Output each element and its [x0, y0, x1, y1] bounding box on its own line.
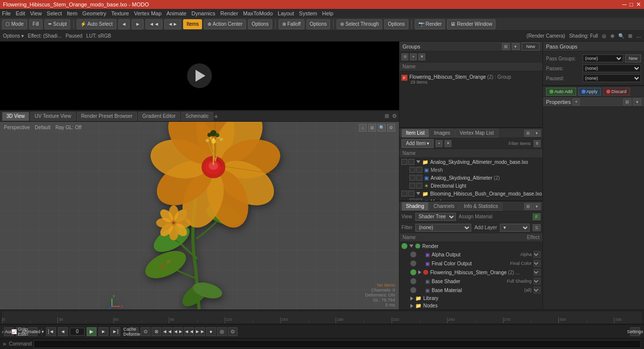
expand-icon[interactable]: [416, 160, 420, 163]
menu-geometry[interactable]: Geometry: [82, 10, 106, 16]
mode-btn[interactable]: ⬡ Mode: [2, 19, 27, 29]
command-input[interactable]: [34, 340, 641, 348]
shade-expand-nodes[interactable]: [410, 304, 413, 308]
tab-item-list[interactable]: Item List: [401, 129, 429, 138]
shading-F-btn[interactable]: F: [533, 213, 541, 220]
shade-effect-select-hibiscus[interactable]: ▾: [534, 269, 541, 276]
3d-viewport[interactable]: Perspective Default Ray GL: Off ⌂ ⊞ 🔍 ⚙: [0, 122, 399, 309]
tab-shading[interactable]: Shading: [401, 202, 429, 211]
properties-add-btn[interactable]: +: [573, 99, 580, 105]
item-row-blooming-lxo[interactable]: 📁 Blooming_Hibiscus_Bush_Orange_modo_bas…: [399, 190, 543, 198]
tab-uv-texture[interactable]: UV Texture View: [30, 112, 76, 121]
tab-render-preset[interactable]: Render Preset Browser: [77, 112, 137, 121]
add-item-btn[interactable]: Add Item ▾: [401, 139, 434, 148]
menu-render[interactable]: Render: [220, 10, 238, 16]
options2-btn[interactable]: Options: [306, 19, 330, 29]
menu-edit[interactable]: Edit: [16, 10, 25, 16]
shading-expand-btn[interactable]: ⊞: [524, 203, 532, 210]
shading-S-btn[interactable]: S: [533, 224, 541, 231]
arrow-left-btn[interactable]: ◄: [118, 19, 130, 29]
item-vis7[interactable]: [409, 183, 415, 189]
next-frame-btn[interactable]: ►: [99, 327, 108, 336]
ti1[interactable]: ⊙: [141, 327, 150, 336]
props-expand-btn[interactable]: ⊞: [623, 99, 631, 105]
item-vis5[interactable]: [409, 175, 415, 181]
pg-new-btn[interactable]: New: [625, 54, 641, 62]
vp-search-btn[interactable]: 🔍: [378, 124, 386, 132]
shading-view-select[interactable]: Shader Tree: [415, 213, 456, 221]
ti6[interactable]: ►►: [195, 327, 205, 336]
cache-deformers-btn[interactable]: Cache Deformers: [129, 327, 139, 336]
arrow-skip-fwd-btn[interactable]: ◄►: [164, 19, 181, 29]
item-vis4[interactable]: [416, 167, 422, 173]
add-tab-btn[interactable]: +: [214, 112, 218, 120]
falloff-btn[interactable]: ⊗ Falloff: [279, 19, 304, 29]
item-row-altimeter[interactable]: ▣ Analog_Skydiving_Altimeter (2): [399, 174, 543, 182]
view-type-label[interactable]: Perspective: [4, 125, 30, 130]
tab-info-stats[interactable]: Info & Statistics: [459, 202, 502, 211]
action-center-btn[interactable]: ⊕ Action Center: [204, 19, 246, 29]
filter-select[interactable]: (none): [415, 224, 471, 232]
auto-select-btn[interactable]: ⚡ Auto Select: [77, 19, 116, 29]
select-through-btn[interactable]: ⊛ Select Through: [337, 19, 382, 29]
shade-row-alpha[interactable]: ▣ Alpha Output Alpha ▾: [399, 250, 543, 259]
maximize-btn[interactable]: □: [630, 1, 633, 8]
frame-input[interactable]: [70, 328, 85, 336]
item-row-mesh1[interactable]: ▣ Mesh: [399, 166, 543, 174]
options-dropdown[interactable]: Options ▾: [3, 33, 24, 39]
ray-gl-label[interactable]: Ray GL: Off: [55, 125, 82, 130]
item-vis1[interactable]: [401, 159, 407, 165]
shade-effect-select-final[interactable]: ▾: [534, 260, 541, 267]
render-window-btn[interactable]: 🖥 Render Window: [447, 19, 495, 29]
item-vis8[interactable]: [416, 183, 422, 189]
menu-maxtomodo[interactable]: MaxToModo: [243, 10, 273, 16]
ti9[interactable]: ⊙: [228, 327, 238, 336]
il-expand-btn[interactable]: ⊞: [524, 130, 532, 137]
preview-icon3[interactable]: 🔍: [618, 33, 624, 39]
shade-row-base-shader[interactable]: ▣ Base Shader Full Shading ▾: [399, 277, 543, 286]
shade-vis-base-shader[interactable]: [410, 278, 416, 284]
shade-row-hibiscus[interactable]: Flowering_Hibiscus_Stem_Orange (2) ... ▾: [399, 268, 543, 277]
shade-effect-select-base[interactable]: ▾: [534, 278, 541, 285]
discard-btn[interactable]: Discard: [603, 88, 630, 96]
il-tool1[interactable]: +: [436, 140, 443, 147]
tab-gradient[interactable]: Gradient Editor: [138, 112, 180, 121]
prev-frame-btn[interactable]: ◄: [58, 327, 68, 336]
menu-help[interactable]: Help: [322, 10, 334, 16]
groups-menu-btn[interactable]: ▾: [512, 43, 520, 50]
vp-settings-btn[interactable]: ⚙: [387, 124, 395, 132]
item-vis6[interactable]: [416, 175, 422, 181]
vp-frame-btn[interactable]: ⊞: [368, 124, 376, 132]
items-btn[interactable]: Items: [183, 19, 202, 29]
expand-icon[interactable]: ⊞: [385, 113, 389, 119]
menu-dynamics[interactable]: Dynamics: [192, 10, 215, 16]
menu-file[interactable]: File: [2, 10, 11, 16]
fill-btn[interactable]: Fill: [29, 19, 43, 29]
item-vis9[interactable]: [401, 191, 407, 197]
groups-tool1[interactable]: ⊙: [401, 53, 408, 60]
shade-effect-select-mat[interactable]: ▾: [534, 287, 541, 294]
shade-effect-select-alpha[interactable]: ▾: [534, 251, 541, 258]
item-vis10[interactable]: [408, 191, 414, 197]
props-menu-btn[interactable]: ▾: [633, 99, 641, 105]
menu-system[interactable]: System: [299, 10, 317, 16]
arrow-right-btn[interactable]: ►: [132, 19, 144, 29]
apply-btn[interactable]: Apply: [578, 88, 601, 96]
sculpt-btn[interactable]: ✒ Sculpt: [45, 19, 71, 29]
shade-row-render[interactable]: Render: [399, 242, 543, 250]
options3-btn[interactable]: Options: [384, 19, 408, 29]
groups-expand-btn[interactable]: ⊞: [502, 43, 510, 50]
ti2[interactable]: ⊗: [151, 327, 161, 336]
menu-item[interactable]: Item: [67, 10, 77, 16]
arrow-skip-back-btn[interactable]: ◄◄: [146, 19, 162, 29]
ti4[interactable]: ◄►: [173, 327, 183, 336]
shade-row-library[interactable]: 📁 Library: [399, 295, 543, 302]
skip-start-btn[interactable]: |◄: [46, 327, 56, 336]
animated-btn[interactable]: Animated ▾: [28, 327, 38, 336]
menu-animate[interactable]: Animate: [166, 10, 186, 16]
tab-images[interactable]: Images: [430, 129, 455, 138]
shade-vis-base-mat[interactable]: [410, 287, 416, 293]
preview-icon2[interactable]: ⊕: [610, 33, 614, 39]
shade-row-base-mat[interactable]: ▣ Base Material (all) ▾: [399, 286, 543, 295]
ti7[interactable]: ●: [206, 327, 216, 336]
